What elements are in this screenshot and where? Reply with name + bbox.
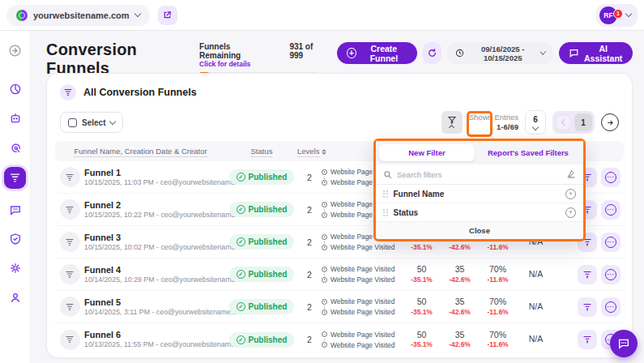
page-visited-icon <box>322 180 327 186</box>
sidebar <box>0 31 31 363</box>
chat-icon <box>617 337 630 350</box>
chat-fab-button[interactable] <box>610 330 638 357</box>
tab-saved-filters[interactable]: Report's Saved Filters <box>476 144 580 161</box>
column-header-levels[interactable]: Levels <box>297 147 322 156</box>
website-selector[interactable]: yourwebsitename.com <box>6 5 150 26</box>
levels-count: 2 <box>297 205 322 215</box>
funnel-name[interactable]: Funnel 4 <box>84 264 226 275</box>
funnel-name[interactable]: Funnel 6 <box>84 329 226 340</box>
metric-na: N/A <box>517 269 555 280</box>
table-row: Funnel 5 10/14/2025, 3:11 PM - ceo@yourw… <box>55 291 624 323</box>
levels-count: 2 <box>297 302 322 312</box>
select-dropdown[interactable]: Select <box>60 112 123 133</box>
levels-count: 2 <box>297 270 322 280</box>
close-filter-button[interactable]: Close <box>376 222 583 239</box>
more-icon: ··· <box>605 269 616 280</box>
row-more-button[interactable]: ··· <box>601 200 621 220</box>
funnels-remaining-count: 931 of 999 <box>289 42 324 60</box>
eraser-icon <box>566 169 576 179</box>
sidebar-item-bot[interactable] <box>6 109 25 128</box>
date-range-picker[interactable]: 09/16/2025 - 10/15/2025 <box>447 42 553 64</box>
view-funnel-button[interactable] <box>578 330 597 349</box>
website-domain: yourwebsitename.com <box>33 11 130 20</box>
funnels-remaining-link[interactable]: Click for details <box>199 60 262 68</box>
row-more-button[interactable]: ··· <box>601 168 621 187</box>
user-menu[interactable]: RF 1 <box>596 4 638 27</box>
sidebar-item-support[interactable] <box>6 288 25 307</box>
add-filter-icon[interactable]: + <box>565 189 576 199</box>
page-visited-icon <box>322 202 327 207</box>
chevron-down-icon <box>540 49 547 55</box>
sidebar-item-dashboard[interactable] <box>6 79 25 99</box>
sidebar-item-conversion-funnels[interactable] <box>4 167 26 189</box>
funnel-meta: 10/14/2025, 3:11 PM - ceo@yourwebsitenam… <box>84 308 226 317</box>
metric-conversion-rate: 70%-11.6% <box>479 297 517 317</box>
funnel-name[interactable]: Funnel 2 <box>84 199 226 211</box>
drag-handle-icon[interactable] <box>383 190 388 198</box>
shown-entries: Shown Entries 1-6/69 <box>469 113 518 132</box>
filter-item-funnel-name[interactable]: Funnel Name + <box>376 185 583 203</box>
page-visited-icon <box>322 342 327 348</box>
notification-badge: 1 <box>613 9 623 19</box>
funnel-icon <box>60 330 80 350</box>
filter-icon <box>447 115 457 125</box>
page-visited-icon <box>322 169 327 175</box>
chevron-up-icon <box>449 125 454 130</box>
metric-entered: 50-35.1% <box>403 297 441 317</box>
funnel-name[interactable]: Funnel 3 <box>84 232 226 243</box>
column-header-name[interactable]: Funnel Name, Creation Date & Creator <box>55 147 226 156</box>
open-website-button[interactable] <box>158 6 177 25</box>
levels-list: Website Page Visited Website Page Visite… <box>322 297 403 316</box>
sidebar-item-heatmap[interactable] <box>6 138 25 157</box>
page-visited-icon <box>322 331 327 337</box>
levels-count: 2 <box>297 335 322 344</box>
drag-handle-icon[interactable] <box>383 209 388 216</box>
chevron-down-icon <box>109 117 116 124</box>
check-icon: ✓ <box>237 237 245 246</box>
status-badge: ✓Published <box>229 267 295 282</box>
add-filter-icon[interactable]: + <box>565 207 576 218</box>
sidebar-item-messages[interactable] <box>6 200 25 220</box>
row-more-button[interactable]: ··· <box>601 297 621 317</box>
funnel-name[interactable]: Funnel 5 <box>84 297 226 308</box>
chevron-down-icon <box>625 11 632 17</box>
filter-item-status[interactable]: Status + <box>376 203 583 222</box>
refresh-button[interactable] <box>423 42 441 64</box>
pagination: 1 <box>552 111 595 134</box>
column-header-status[interactable]: Status <box>226 147 297 156</box>
status-badge: ✓Published <box>229 202 295 217</box>
sidebar-item-settings[interactable] <box>6 258 25 278</box>
row-more-button[interactable]: ··· <box>601 265 621 284</box>
status-badge: ✓Published <box>229 299 295 314</box>
levels-list: Website Page Visited Website Page Visite… <box>322 265 403 284</box>
sidebar-item-security[interactable] <box>6 229 25 249</box>
ai-assistant-button[interactable]: AI Assistant <box>559 42 633 64</box>
chevron-down-icon <box>532 123 539 130</box>
funnel-name[interactable]: Funnel 1 <box>84 167 226 178</box>
check-icon: ✓ <box>237 205 245 214</box>
funnel-meta: 10/15/2025, 10:22 PM - ceo@yourwebsitena… <box>84 211 226 220</box>
page-size-select[interactable]: 6 <box>525 110 546 135</box>
chat-icon <box>569 48 579 58</box>
filter-button[interactable] <box>441 111 463 134</box>
view-funnel-button[interactable] <box>578 297 597 317</box>
funnel-icon <box>60 199 80 220</box>
funnel-icon <box>60 264 80 284</box>
funnel-meta: 10/15/2025, 10:02 PM - ceo@yourwebsitena… <box>84 243 226 252</box>
current-page: 1 <box>574 113 592 131</box>
metric-na: N/A <box>517 301 555 313</box>
row-more-button[interactable]: ··· <box>601 233 621 252</box>
create-funnel-button[interactable]: + Create Funnel <box>337 42 417 64</box>
view-funnel-button[interactable] <box>578 265 597 284</box>
status-badge: ✓Published <box>229 234 295 250</box>
metric-entered: 50-35.1% <box>403 330 441 350</box>
search-filters-input[interactable] <box>397 170 561 179</box>
next-page-button[interactable] <box>601 113 619 131</box>
collapse-sidebar-icon[interactable] <box>6 41 25 60</box>
tab-new-filter[interactable]: New Filter <box>379 144 475 161</box>
sort-icon[interactable] <box>322 149 326 155</box>
filter-popup: New Filter Report's Saved Filters Funnel… <box>373 139 586 241</box>
levels-count: 2 <box>297 237 322 247</box>
select-all-checkbox[interactable] <box>68 118 77 127</box>
prev-page-button[interactable] <box>555 114 572 131</box>
